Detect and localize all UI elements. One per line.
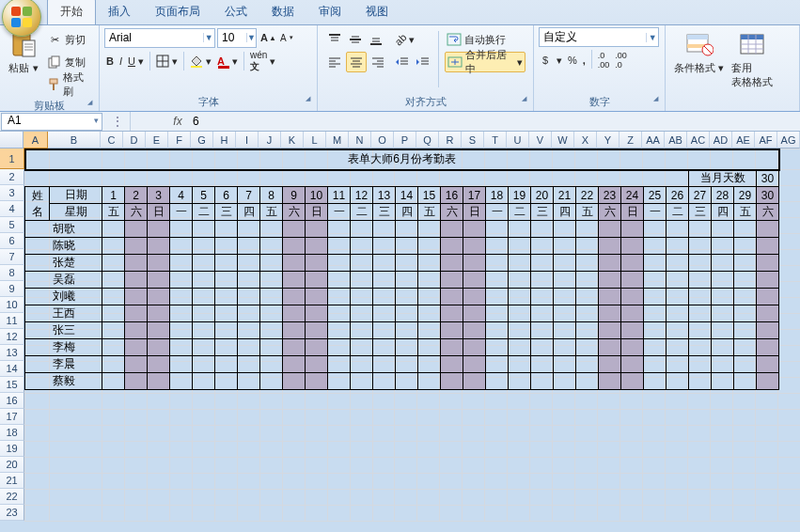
col-header[interactable]: P: [394, 132, 416, 149]
attendance-cell[interactable]: [644, 356, 667, 373]
attendance-cell[interactable]: [441, 339, 463, 356]
date-cell[interactable]: 20: [531, 187, 554, 204]
attendance-cell[interactable]: [418, 238, 441, 255]
col-header[interactable]: A: [24, 132, 48, 149]
attendance-cell[interactable]: [509, 339, 531, 356]
attendance-cell[interactable]: [396, 255, 418, 272]
attendance-cell[interactable]: [712, 255, 734, 272]
attendance-cell[interactable]: [757, 373, 779, 390]
attendance-cell[interactable]: [576, 322, 599, 339]
attendance-cell[interactable]: [125, 373, 148, 390]
attendance-cell[interactable]: [463, 373, 486, 390]
bold-button[interactable]: B: [104, 51, 116, 71]
attendance-cell[interactable]: [531, 356, 554, 373]
date-cell[interactable]: 4: [170, 187, 193, 204]
attendance-cell[interactable]: [418, 221, 441, 238]
col-header[interactable]: N: [349, 132, 371, 149]
attendance-cell[interactable]: [621, 305, 644, 322]
row-header[interactable]: 2: [0, 169, 24, 185]
row-header[interactable]: 7: [0, 249, 24, 265]
attendance-cell[interactable]: [102, 272, 125, 289]
attendance-cell[interactable]: [441, 221, 463, 238]
attendance-cell[interactable]: [576, 221, 599, 238]
col-header[interactable]: Y: [597, 132, 620, 149]
attendance-cell[interactable]: [644, 221, 667, 238]
attendance-cell[interactable]: [170, 322, 193, 339]
employee-name[interactable]: 蔡毅: [25, 373, 102, 390]
attendance-cell[interactable]: [373, 373, 396, 390]
italic-button[interactable]: I: [118, 51, 124, 71]
date-cell[interactable]: 15: [418, 187, 441, 204]
row-header[interactable]: 20: [0, 457, 24, 473]
row-header[interactable]: 22: [0, 489, 24, 505]
attendance-cell[interactable]: [531, 305, 554, 322]
date-cell[interactable]: 24: [621, 187, 644, 204]
attendance-cell[interactable]: [463, 305, 486, 322]
attendance-cell[interactable]: [148, 322, 170, 339]
attendance-cell[interactable]: [486, 305, 509, 322]
attendance-cell[interactable]: [260, 373, 283, 390]
attendance-cell[interactable]: [193, 272, 215, 289]
formula-input[interactable]: 6: [187, 115, 199, 128]
attendance-cell[interactable]: [734, 322, 757, 339]
attendance-cell[interactable]: [328, 272, 351, 289]
attendance-cell[interactable]: [712, 238, 734, 255]
attendance-cell[interactable]: [441, 322, 463, 339]
attendance-cell[interactable]: [193, 255, 215, 272]
table-format-button[interactable]: 套用 表格格式: [728, 27, 776, 91]
attendance-cell[interactable]: [238, 272, 260, 289]
align-left-button[interactable]: [325, 52, 344, 72]
attendance-cell[interactable]: [667, 238, 689, 255]
attendance-cell[interactable]: [170, 373, 193, 390]
weekday-cell[interactable]: 五: [102, 204, 125, 221]
attendance-cell[interactable]: [170, 272, 193, 289]
wrap-text-button[interactable]: 自动换行: [445, 29, 525, 50]
weekday-cell[interactable]: 二: [351, 204, 373, 221]
date-cell[interactable]: 14: [396, 187, 418, 204]
attendance-cell[interactable]: [102, 322, 125, 339]
attendance-cell[interactable]: [418, 373, 441, 390]
select-all-corner[interactable]: [0, 132, 24, 149]
attendance-cell[interactable]: [306, 339, 328, 356]
attendance-cell[interactable]: [712, 339, 734, 356]
weekday-cell[interactable]: 日: [621, 204, 644, 221]
attendance-cell[interactable]: [283, 272, 306, 289]
attendance-cell[interactable]: [531, 373, 554, 390]
attendance-cell[interactable]: [757, 356, 779, 373]
attendance-cell[interactable]: [621, 373, 644, 390]
weekday-cell[interactable]: 一: [486, 204, 509, 221]
col-header[interactable]: G: [191, 132, 213, 149]
attendance-cell[interactable]: [712, 356, 734, 373]
weekday-cell[interactable]: 四: [396, 204, 418, 221]
attendance-cell[interactable]: [734, 339, 757, 356]
col-header[interactable]: B: [48, 132, 101, 149]
date-cell[interactable]: 23: [599, 187, 621, 204]
increase-indent-button[interactable]: [414, 52, 432, 72]
col-header[interactable]: E: [146, 132, 168, 149]
attendance-cell[interactable]: [215, 289, 238, 305]
weekday-cell[interactable]: 二: [193, 204, 215, 221]
col-header[interactable]: M: [326, 132, 349, 149]
attendance-cell[interactable]: [509, 373, 531, 390]
attendance-cell[interactable]: [125, 272, 148, 289]
attendance-cell[interactable]: [351, 238, 373, 255]
weekday-cell[interactable]: 三: [373, 204, 396, 221]
col-header[interactable]: AA: [642, 132, 665, 149]
attendance-cell[interactable]: [418, 322, 441, 339]
attendance-cell[interactable]: [644, 238, 667, 255]
attendance-cell[interactable]: [599, 238, 621, 255]
copy-button[interactable]: 复制: [45, 52, 91, 72]
weekday-cell[interactable]: 三: [531, 204, 554, 221]
attendance-cell[interactable]: [712, 272, 734, 289]
attendance-cell[interactable]: [463, 339, 486, 356]
cut-button[interactable]: ✂剪切: [45, 29, 91, 50]
orientation-button[interactable]: ab▾: [393, 29, 432, 50]
employee-name[interactable]: 张楚: [25, 255, 102, 272]
percent-button[interactable]: %: [566, 50, 579, 70]
attendance-cell[interactable]: [125, 255, 148, 272]
attendance-cell[interactable]: [689, 322, 712, 339]
attendance-cell[interactable]: [283, 305, 306, 322]
attendance-cell[interactable]: [328, 356, 351, 373]
attendance-cell[interactable]: [441, 289, 463, 305]
align-middle-button[interactable]: [346, 29, 365, 50]
